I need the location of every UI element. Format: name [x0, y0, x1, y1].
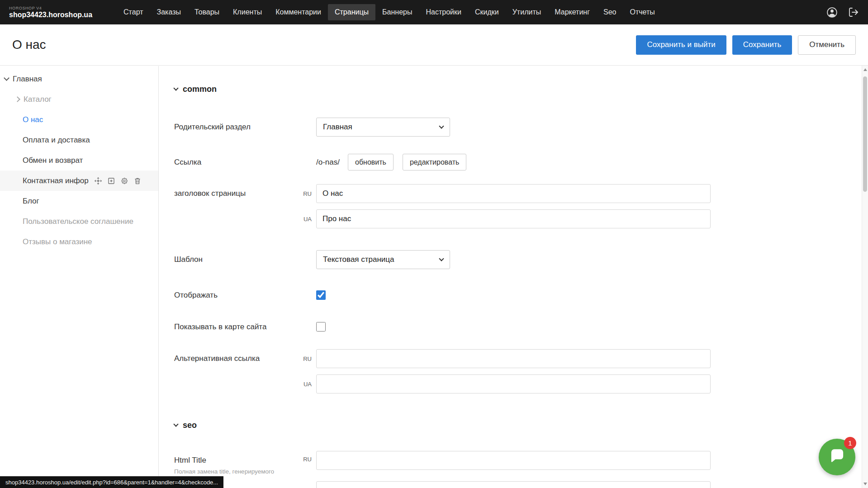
logo-version: HOROSHOP V4 [9, 6, 92, 10]
tree-item-label: О нас [23, 115, 43, 124]
form-row-template: Шаблон Текстовая страница [174, 250, 862, 269]
chevron-down-icon [439, 256, 444, 261]
tree-item-label: Контактная инфор [23, 176, 89, 185]
lang-badge-ua: UA [296, 216, 312, 223]
chevron-down-icon [173, 85, 178, 90]
menu-products[interactable]: Товары [188, 4, 226, 20]
form-row-html-title-ua: UA [174, 481, 862, 488]
chat-launcher-button[interactable]: 1 [819, 439, 855, 475]
field-label: Html Title [174, 456, 296, 465]
sidebar-item-o-nas[interactable]: О нас [0, 109, 158, 130]
tree-item-actions [94, 177, 142, 185]
form-row-alt-link-ua: UA [174, 374, 862, 393]
scroll-up-icon[interactable] [863, 68, 867, 71]
page-title-ru-input[interactable] [316, 184, 711, 203]
chat-unread-badge: 1 [844, 437, 856, 449]
html-title-ua-input[interactable] [316, 481, 711, 488]
page-edit-form: common Родительский раздел Главная Ссылк… [159, 66, 862, 488]
menu-start[interactable]: Старт [117, 4, 150, 20]
field-label: Родительский раздел [174, 123, 316, 132]
sidebar-item-polzovatelskoe-soglashenie[interactable]: Пользовательское соглашение [0, 211, 158, 232]
tree-item-label: Оплата и доставка [23, 136, 90, 145]
menu-pages[interactable]: Страницы [328, 4, 375, 20]
menu-clients[interactable]: Клиенты [226, 4, 269, 20]
edit-link-button[interactable]: редактировать [403, 154, 466, 171]
pages-tree-sidebar: Главная Каталог О нас Оплата и доставка … [0, 66, 159, 488]
cancel-button[interactable]: Отменить [798, 35, 856, 55]
form-row-page-title-ua: UA [174, 209, 862, 228]
main-menu: Старт Заказы Товары Клиенты Комментарии … [117, 4, 662, 20]
scroll-down-icon[interactable] [863, 483, 867, 485]
html-title-ru-input[interactable] [316, 451, 711, 470]
parent-section-select[interactable]: Главная [316, 118, 450, 137]
field-label: Шаблон [174, 255, 316, 264]
field-label: Показывать в карте сайта [174, 322, 316, 332]
tree-item-label: Пользовательское соглашение [23, 217, 133, 226]
chevron-down-icon [4, 75, 9, 81]
sitemap-checkbox[interactable] [316, 322, 326, 332]
form-row-page-title-ru: заголовок страницы RU [174, 184, 862, 203]
form-row-sitemap: Показывать в карте сайта [174, 322, 862, 332]
link-path: /o-nas/ [316, 158, 340, 167]
alt-link-ua-input[interactable] [316, 374, 711, 393]
refresh-link-button[interactable]: обновить [348, 154, 394, 171]
lang-badge-ru: RU [296, 355, 312, 362]
chat-bubble-icon [828, 447, 847, 468]
save-button[interactable]: Сохранить [732, 35, 792, 55]
topbar-icons [826, 6, 859, 19]
form-row-html-title-ru: Html Title Полная замена title, генериру… [174, 451, 862, 475]
section-title: common [183, 85, 217, 94]
save-exit-button[interactable]: Сохранить и выйти [636, 35, 726, 55]
sidebar-item-oplata-i-dostavka[interactable]: Оплата и доставка [0, 130, 158, 150]
chevron-down-icon [173, 422, 178, 426]
sidebar-item-kontaktnaya-informatsiya[interactable]: Контактная инфор [0, 171, 158, 191]
move-icon[interactable] [94, 177, 102, 185]
header-buttons: Сохранить и выйти Сохранить Отменить [636, 35, 856, 55]
page-header: О нас Сохранить и выйти Сохранить Отмени… [0, 24, 868, 65]
sidebar-item-obmen-i-vozvrat[interactable]: Обмен и возврат [0, 150, 158, 171]
menu-settings[interactable]: Настройки [419, 4, 468, 20]
template-select[interactable]: Текстовая страница [316, 250, 450, 269]
scrollbar-thumb[interactable] [863, 76, 867, 192]
sidebar-item-glavnaya[interactable]: Главная [0, 69, 158, 89]
settings-icon[interactable] [120, 177, 128, 185]
select-value: Главная [323, 123, 352, 132]
menu-orders[interactable]: Заказы [150, 4, 188, 20]
page-title-ua-input[interactable] [316, 209, 711, 228]
chevron-down-icon [439, 123, 444, 128]
menu-reports[interactable]: Отчеты [623, 4, 662, 20]
logo-domain: shop34423.horoshop.ua [9, 11, 92, 19]
tree-item-label: Каталог [24, 95, 52, 104]
logout-icon[interactable] [848, 7, 859, 18]
field-label: Альтернативная ссылка [174, 354, 296, 363]
sidebar-item-otzyvy-o-magazine[interactable]: Отзывы о магазине [0, 232, 158, 252]
menu-banners[interactable]: Баннеры [375, 4, 419, 20]
form-row-link: Ссылка /o-nas/ обновить редактировать [174, 154, 862, 171]
account-icon[interactable] [826, 6, 838, 19]
delete-icon[interactable] [133, 177, 142, 185]
section-title: seo [183, 421, 197, 430]
page-title: О нас [12, 38, 46, 52]
tree-item-label: Главная [13, 75, 42, 84]
section-seo-toggle[interactable]: seo [174, 420, 862, 430]
section-common-toggle[interactable]: common [174, 84, 862, 94]
display-checkbox[interactable] [316, 290, 326, 300]
lang-badge-ua: UA [296, 381, 312, 388]
add-icon[interactable] [107, 177, 115, 185]
tree-item-label: Блог [23, 197, 39, 206]
menu-discounts[interactable]: Скидки [468, 4, 506, 20]
menu-marketing[interactable]: Маркетинг [548, 4, 597, 20]
sidebar-item-katalog[interactable]: Каталог [0, 89, 158, 109]
sidebar-item-blog[interactable]: Блог [0, 191, 158, 211]
chevron-right-icon [14, 96, 20, 102]
logo[interactable]: HOROSHOP V4 shop34423.horoshop.ua [9, 6, 92, 19]
form-row-parent-section: Родительский раздел Главная [174, 118, 862, 137]
menu-seo[interactable]: Seo [597, 4, 623, 20]
form-row-display: Отображать [174, 290, 862, 300]
form-row-alt-link-ru: Альтернативная ссылка RU [174, 349, 862, 368]
field-label: заголовок страницы [174, 189, 296, 198]
field-label: Отображать [174, 291, 316, 300]
alt-link-ru-input[interactable] [316, 349, 711, 368]
menu-comments[interactable]: Комментарии [269, 4, 328, 20]
menu-utilities[interactable]: Утилиты [506, 4, 548, 20]
